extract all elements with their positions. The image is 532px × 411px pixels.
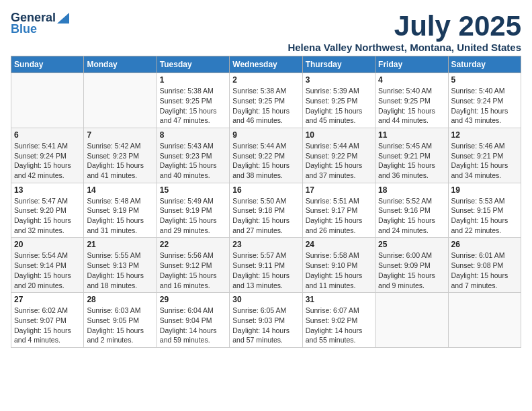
day-detail: Sunrise: 5:51 AMSunset: 9:17 PMDaylight:… — [306, 196, 372, 236]
logo-blue-text: Blue — [11, 22, 69, 36]
day-detail: Sunrise: 5:46 AMSunset: 9:21 PMDaylight:… — [451, 141, 518, 181]
day-number: 3 — [306, 75, 372, 85]
day-number: 27 — [14, 295, 81, 304]
calendar-cell: 25Sunrise: 6:00 AMSunset: 9:09 PMDayligh… — [375, 238, 448, 293]
calendar-cell: 24Sunrise: 5:58 AMSunset: 9:10 PMDayligh… — [302, 238, 375, 293]
day-number: 17 — [306, 185, 372, 195]
day-detail: Sunrise: 6:05 AMSunset: 9:03 PMDaylight:… — [232, 306, 299, 345]
day-number: 2 — [232, 75, 299, 85]
day-detail: Sunrise: 5:47 AMSunset: 9:20 PMDaylight:… — [14, 196, 81, 236]
calendar-cell: 14Sunrise: 5:48 AMSunset: 9:19 PMDayligh… — [84, 183, 157, 238]
day-number: 12 — [451, 130, 518, 140]
calendar-cell: 19Sunrise: 5:53 AMSunset: 9:15 PMDayligh… — [448, 183, 521, 238]
calendar-cell: 28Sunrise: 6:03 AMSunset: 9:05 PMDayligh… — [84, 293, 157, 348]
day-number: 22 — [160, 240, 226, 249]
calendar-header: SundayMondayTuesdayWednesdayThursdayFrid… — [11, 56, 521, 73]
calendar-cell: 2Sunrise: 5:38 AMSunset: 9:25 PMDaylight… — [230, 73, 302, 128]
calendar-cell: 22Sunrise: 5:56 AMSunset: 9:12 PMDayligh… — [157, 238, 229, 293]
day-detail: Sunrise: 5:54 AMSunset: 9:14 PMDaylight:… — [14, 250, 81, 290]
weekday-row: SundayMondayTuesdayWednesdayThursdayFrid… — [11, 56, 521, 73]
weekday-header-thursday: Thursday — [302, 56, 375, 73]
day-number: 26 — [451, 240, 518, 249]
calendar-cell — [11, 73, 84, 128]
day-number: 6 — [14, 130, 81, 140]
day-detail: Sunrise: 6:03 AMSunset: 9:05 PMDaylight:… — [87, 306, 153, 345]
day-detail: Sunrise: 5:48 AMSunset: 9:19 PMDaylight:… — [87, 196, 153, 236]
title-block: July 2025 Helena Valley Northwest, Monta… — [287, 11, 521, 53]
weekday-header-wednesday: Wednesday — [230, 56, 302, 73]
calendar-cell: 16Sunrise: 5:50 AMSunset: 9:18 PMDayligh… — [230, 183, 302, 238]
day-detail: Sunrise: 6:04 AMSunset: 9:04 PMDaylight:… — [160, 306, 226, 345]
calendar-cell: 9Sunrise: 5:44 AMSunset: 9:22 PMDaylight… — [230, 128, 302, 183]
calendar-table: SundayMondayTuesdayWednesdayThursdayFrid… — [11, 56, 521, 348]
day-detail: Sunrise: 6:00 AMSunset: 9:09 PMDaylight:… — [378, 250, 445, 290]
location-title: Helena Valley Northwest, Montana, United… — [287, 42, 521, 53]
day-number: 5 — [451, 75, 518, 85]
day-detail: Sunrise: 5:43 AMSunset: 9:23 PMDaylight:… — [160, 141, 226, 181]
day-number: 13 — [14, 185, 81, 195]
week-row-1: 1Sunrise: 5:38 AMSunset: 9:25 PMDaylight… — [11, 73, 521, 128]
day-number: 18 — [378, 185, 445, 195]
week-row-5: 27Sunrise: 6:02 AMSunset: 9:07 PMDayligh… — [11, 293, 521, 348]
logo: General Blue — [11, 11, 69, 36]
calendar-cell: 26Sunrise: 6:01 AMSunset: 9:08 PMDayligh… — [448, 238, 521, 293]
day-detail: Sunrise: 5:44 AMSunset: 9:22 PMDaylight:… — [306, 141, 372, 181]
day-detail: Sunrise: 6:02 AMSunset: 9:07 PMDaylight:… — [14, 306, 81, 345]
calendar-body: 1Sunrise: 5:38 AMSunset: 9:25 PMDaylight… — [11, 73, 521, 348]
day-number: 11 — [378, 130, 445, 140]
day-number: 21 — [87, 240, 153, 249]
calendar-cell — [375, 293, 448, 348]
calendar-cell: 21Sunrise: 5:55 AMSunset: 9:13 PMDayligh… — [84, 238, 157, 293]
calendar-cell: 4Sunrise: 5:40 AMSunset: 9:25 PMDaylight… — [375, 73, 448, 128]
calendar-cell: 7Sunrise: 5:42 AMSunset: 9:23 PMDaylight… — [84, 128, 157, 183]
calendar-cell: 20Sunrise: 5:54 AMSunset: 9:14 PMDayligh… — [11, 238, 84, 293]
day-number: 14 — [87, 185, 153, 195]
day-detail: Sunrise: 5:53 AMSunset: 9:15 PMDaylight:… — [451, 196, 518, 236]
week-row-2: 6Sunrise: 5:41 AMSunset: 9:24 PMDaylight… — [11, 128, 521, 183]
calendar-cell — [84, 73, 157, 128]
day-detail: Sunrise: 5:42 AMSunset: 9:23 PMDaylight:… — [87, 141, 153, 181]
calendar-cell: 30Sunrise: 6:05 AMSunset: 9:03 PMDayligh… — [230, 293, 302, 348]
day-number: 23 — [232, 240, 299, 249]
weekday-header-friday: Friday — [375, 56, 448, 73]
day-number: 19 — [451, 185, 518, 195]
day-detail: Sunrise: 5:38 AMSunset: 9:25 PMDaylight:… — [160, 86, 226, 126]
weekday-header-saturday: Saturday — [448, 56, 521, 73]
day-detail: Sunrise: 5:52 AMSunset: 9:16 PMDaylight:… — [378, 196, 445, 236]
day-number: 4 — [378, 75, 445, 85]
day-detail: Sunrise: 5:55 AMSunset: 9:13 PMDaylight:… — [87, 250, 153, 290]
month-title: July 2025 — [287, 11, 521, 42]
calendar-cell: 31Sunrise: 6:07 AMSunset: 9:02 PMDayligh… — [302, 293, 375, 348]
calendar-cell: 5Sunrise: 5:40 AMSunset: 9:24 PMDaylight… — [448, 73, 521, 128]
day-detail: Sunrise: 5:45 AMSunset: 9:21 PMDaylight:… — [378, 141, 445, 181]
day-detail: Sunrise: 5:50 AMSunset: 9:18 PMDaylight:… — [232, 196, 299, 236]
calendar-cell — [448, 293, 521, 348]
weekday-header-tuesday: Tuesday — [157, 56, 229, 73]
day-detail: Sunrise: 5:39 AMSunset: 9:25 PMDaylight:… — [306, 86, 372, 126]
calendar-cell: 27Sunrise: 6:02 AMSunset: 9:07 PMDayligh… — [11, 293, 84, 348]
day-number: 25 — [378, 240, 445, 249]
calendar-cell: 13Sunrise: 5:47 AMSunset: 9:20 PMDayligh… — [11, 183, 84, 238]
calendar-cell: 11Sunrise: 5:45 AMSunset: 9:21 PMDayligh… — [375, 128, 448, 183]
week-row-3: 13Sunrise: 5:47 AMSunset: 9:20 PMDayligh… — [11, 183, 521, 238]
calendar-cell: 29Sunrise: 6:04 AMSunset: 9:04 PMDayligh… — [157, 293, 229, 348]
day-detail: Sunrise: 5:57 AMSunset: 9:11 PMDaylight:… — [232, 250, 299, 290]
calendar-cell: 3Sunrise: 5:39 AMSunset: 9:25 PMDaylight… — [302, 73, 375, 128]
calendar-cell: 10Sunrise: 5:44 AMSunset: 9:22 PMDayligh… — [302, 128, 375, 183]
calendar-cell: 8Sunrise: 5:43 AMSunset: 9:23 PMDaylight… — [157, 128, 229, 183]
calendar-cell: 12Sunrise: 5:46 AMSunset: 9:21 PMDayligh… — [448, 128, 521, 183]
calendar-cell: 23Sunrise: 5:57 AMSunset: 9:11 PMDayligh… — [230, 238, 302, 293]
calendar-cell: 17Sunrise: 5:51 AMSunset: 9:17 PMDayligh… — [302, 183, 375, 238]
day-number: 24 — [306, 240, 372, 249]
day-number: 20 — [14, 240, 81, 249]
calendar-cell: 6Sunrise: 5:41 AMSunset: 9:24 PMDaylight… — [11, 128, 84, 183]
day-detail: Sunrise: 5:49 AMSunset: 9:19 PMDaylight:… — [160, 196, 226, 236]
day-detail: Sunrise: 5:38 AMSunset: 9:25 PMDaylight:… — [232, 86, 299, 126]
day-detail: Sunrise: 5:41 AMSunset: 9:24 PMDaylight:… — [14, 141, 81, 181]
day-number: 28 — [87, 295, 153, 304]
day-number: 9 — [232, 130, 299, 140]
day-detail: Sunrise: 5:44 AMSunset: 9:22 PMDaylight:… — [232, 141, 299, 181]
day-detail: Sunrise: 5:40 AMSunset: 9:24 PMDaylight:… — [451, 86, 518, 126]
day-number: 30 — [232, 295, 299, 304]
day-detail: Sunrise: 5:40 AMSunset: 9:25 PMDaylight:… — [378, 86, 445, 126]
